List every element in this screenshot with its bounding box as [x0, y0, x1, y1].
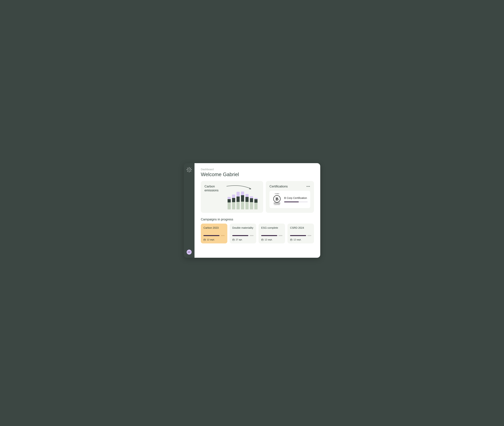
progress-fill: [290, 235, 306, 236]
chart-segment-bottom: [250, 202, 253, 209]
chart-segment-mid: [245, 197, 249, 202]
card-title: Certifications: [269, 185, 288, 188]
certification-name: B Corp Certification: [284, 196, 308, 200]
campaign-card[interactable]: Carbon 202312 sept.: [201, 224, 227, 243]
certification-item[interactable]: Certified B Corporation B Corp Certifica…: [269, 191, 310, 208]
calendar-icon: [232, 239, 235, 241]
svg-point-10: [186, 170, 187, 170]
svg-point-16: [189, 169, 189, 170]
date-text: 27 apr.: [236, 238, 242, 241]
svg-rect-34: [290, 239, 292, 241]
chart-bar: [250, 196, 253, 209]
svg-point-9: [189, 172, 189, 172]
calendar-icon: [290, 239, 292, 241]
chart-segment-top: [241, 192, 244, 195]
page-title: Welcome Gabriel: [201, 172, 314, 177]
campaign-card[interactable]: CSRD 202412 sept.: [287, 224, 314, 243]
svg-rect-22: [204, 239, 206, 241]
progress-rest: [221, 235, 225, 236]
sidebar: GF: [184, 163, 194, 258]
progress-fill: [203, 235, 220, 236]
svg-point-11: [191, 170, 192, 170]
carbon-emissions-card[interactable]: Carbon emissions: [201, 181, 263, 213]
svg-rect-30: [262, 239, 263, 241]
campaign-title: CSRD 2024: [290, 226, 311, 233]
chart-segment-top: [236, 192, 240, 197]
svg-line-7: [190, 168, 191, 169]
svg-point-15: [191, 168, 191, 168]
campaign-progress: [232, 235, 254, 236]
chart-segment-bottom: [241, 202, 244, 209]
svg-rect-26: [233, 239, 235, 241]
chart-segment-bottom: [245, 202, 249, 209]
chart-segment-mid: [250, 198, 253, 202]
chart-bar: [245, 194, 249, 209]
progress-fill: [261, 235, 277, 236]
campaign-card[interactable]: Double materiality27 apr.: [230, 224, 256, 243]
chart-bar: [232, 195, 235, 209]
svg-text:Certified: Certified: [275, 193, 279, 194]
app-window: GF Dashboard Welcome Gabriel Carbon emis…: [184, 163, 320, 258]
campaign-title: Carbon 2023: [203, 226, 225, 233]
user-avatar[interactable]: GF: [187, 249, 192, 255]
more-icon[interactable]: •••: [306, 185, 310, 188]
chart-segment-bottom: [228, 202, 231, 209]
brand-logo-icon[interactable]: [186, 167, 192, 173]
chart-segment-bottom: [236, 202, 240, 209]
progress-fill: [232, 235, 248, 236]
svg-point-12: [187, 168, 187, 168]
widgets-row: Carbon emissions Certifications •••: [201, 181, 314, 213]
chart-segment-mid: [241, 195, 244, 202]
chart-segment-mid: [236, 197, 240, 202]
chart-bar: [241, 192, 244, 209]
svg-text:B: B: [276, 197, 278, 201]
chart-bar: [254, 198, 257, 209]
chart-segment-top: [232, 195, 235, 198]
progress-rest: [250, 235, 254, 236]
certifications-card[interactable]: Certifications ••• Certified B Corporati…: [266, 181, 314, 213]
progress-rest: [278, 235, 283, 236]
campaign-date: 12 sept.: [261, 238, 283, 241]
progress-fill: [284, 201, 299, 202]
campaign-date: 12 sept.: [290, 238, 311, 241]
calendar-icon: [203, 239, 206, 241]
certification-progress: [284, 201, 308, 202]
emissions-chart: [226, 185, 260, 209]
campaign-date: 12 sept.: [203, 238, 225, 241]
avatar-initials: GF: [188, 251, 191, 253]
campaign-progress: [203, 235, 225, 236]
date-text: 12 sept.: [293, 238, 302, 241]
campaigns-list: Carbon 202312 sept.Double materiality27 …: [201, 224, 314, 243]
chart-segment-top: [254, 198, 257, 199]
chart-segment-mid: [228, 199, 231, 202]
campaign-title: Double materiality: [232, 226, 254, 233]
svg-line-4: [188, 168, 188, 169]
chart-segment-top: [228, 197, 231, 199]
campaign-date: 27 apr.: [232, 238, 254, 241]
chart-bar: [228, 197, 231, 209]
chart-segment-top: [250, 196, 253, 198]
svg-text:Corporation: Corporation: [274, 204, 280, 205]
chart-segment-top: [245, 194, 249, 197]
campaign-progress: [261, 235, 283, 236]
svg-line-5: [190, 170, 191, 171]
progress-rest: [307, 235, 311, 236]
chart-segment-bottom: [232, 202, 235, 209]
svg-point-14: [187, 171, 187, 171]
chart-segment-bottom: [254, 203, 257, 209]
chart-segment-mid: [254, 199, 257, 203]
campaigns-heading: Campaigns in progress: [201, 218, 314, 221]
chart-segment-mid: [232, 198, 235, 202]
svg-line-6: [188, 170, 188, 171]
campaign-card[interactable]: ESG complete12 sept.: [259, 224, 285, 243]
card-title: Carbon emissions: [205, 185, 223, 192]
bcorp-logo-icon: Certified B Corporation: [272, 193, 282, 206]
campaign-title: ESG complete: [261, 226, 283, 233]
date-text: 12 sept.: [207, 238, 215, 241]
calendar-icon: [261, 239, 263, 241]
main-content: Dashboard Welcome Gabriel Carbon emissio…: [194, 163, 320, 258]
campaign-progress: [290, 235, 311, 236]
svg-point-8: [189, 167, 189, 167]
trend-arrow-icon: [226, 185, 252, 191]
svg-point-13: [191, 171, 191, 171]
